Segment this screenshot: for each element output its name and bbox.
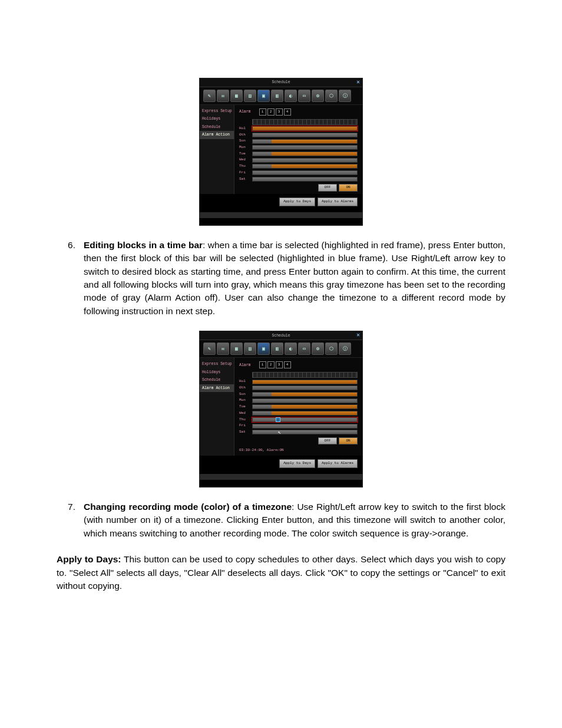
toolbar-icon[interactable]: ▥	[271, 342, 283, 355]
toolbar-icon[interactable]: ⓘ	[339, 90, 351, 102]
day-row: Thu	[239, 417, 358, 423]
apply-to-days-button[interactable]: Apply to Days	[279, 459, 315, 468]
sidebar-item[interactable]: Holidays	[200, 368, 234, 376]
time-axis	[252, 119, 358, 125]
day-row: Sun	[239, 139, 358, 144]
sidebar-item[interactable]: Express Setup	[200, 107, 234, 115]
close-icon[interactable]: ✕	[356, 331, 360, 340]
time-bar[interactable]	[252, 139, 358, 144]
window-footer	[200, 474, 362, 480]
sidebar-item[interactable]: Express Setup	[200, 360, 234, 368]
sidebar-item[interactable]: Alarm Action	[200, 131, 234, 139]
toolbar-icon[interactable]: ✉	[217, 90, 229, 102]
day-label: 0th	[239, 386, 250, 391]
alarm-number[interactable]: 4	[284, 108, 291, 116]
toolbar-icon[interactable]: ⬡	[325, 90, 338, 102]
toolbar-icon[interactable]: ▦	[230, 90, 243, 102]
selected-block	[276, 417, 280, 422]
step-6: 6. Editing blocks in a time bar: when a …	[57, 239, 505, 318]
apply-to-days-button[interactable]: Apply to Days	[279, 197, 315, 206]
sidebar-item[interactable]: Schedule	[200, 376, 234, 384]
time-bar[interactable]	[252, 424, 358, 429]
alarm-number[interactable]: 3	[276, 361, 283, 368]
time-bar[interactable]	[252, 404, 358, 409]
day-label: Sun	[239, 392, 250, 397]
cursor-icon: ↖	[277, 429, 280, 437]
day-row: Tue	[239, 404, 358, 410]
apply-to-alarms-button[interactable]: Apply to Alarms	[318, 459, 358, 468]
time-bar[interactable]	[252, 386, 358, 390]
time-bar[interactable]	[252, 177, 358, 182]
toolbar-icon[interactable]: ▦	[230, 342, 243, 355]
day-label: Mon	[239, 398, 250, 403]
close-icon[interactable]: ✕	[356, 78, 360, 87]
alarm-number[interactable]: 2	[267, 361, 275, 368]
toolbar-icon[interactable]: ✉	[217, 342, 229, 355]
time-bar[interactable]	[252, 126, 358, 131]
toolbar-icon[interactable]: ▣	[257, 342, 270, 355]
toolbar-icon[interactable]: ▭	[298, 90, 310, 102]
step-number: 6.	[57, 239, 75, 318]
toolbar-icon[interactable]: ▭	[298, 342, 310, 355]
main-panel: Alarm 1234 Hol0thSunMonTueWedThuFriSat O…	[234, 105, 362, 194]
toolbar-icon[interactable]: ⚙	[312, 342, 324, 355]
time-bar[interactable]	[252, 133, 358, 137]
sidebar-item[interactable]: Alarm Action	[200, 384, 234, 392]
time-segment	[253, 127, 357, 130]
alarm-number[interactable]: 1	[259, 361, 266, 368]
day-label: 0th	[239, 133, 250, 138]
day-label: Sun	[239, 139, 250, 144]
schedule-window: Schedule ✕ ✎✉▦▤▣▥◐▭⚙⬡ⓘ Express SetupHoli…	[199, 331, 363, 487]
step-number: 7.	[57, 500, 75, 540]
alarm-number[interactable]: 4	[284, 361, 291, 368]
step-text: Changing recording mode (color) of a tim…	[84, 500, 505, 540]
toolbar-icon[interactable]: ⓘ	[339, 342, 351, 355]
day-label: Thu	[239, 417, 250, 423]
toolbar-icon[interactable]: ✎	[203, 90, 216, 102]
alarm-number[interactable]: 1	[259, 108, 266, 116]
time-bar[interactable]	[252, 158, 358, 163]
time-bar[interactable]	[252, 145, 358, 150]
off-button[interactable]: OFF	[318, 437, 337, 445]
on-button[interactable]: ON	[339, 184, 358, 192]
day-row: Wed	[239, 411, 358, 416]
time-bar[interactable]	[252, 164, 358, 169]
time-bar[interactable]	[252, 392, 358, 397]
on-button[interactable]: ON	[339, 437, 358, 445]
alarm-number[interactable]: 2	[267, 108, 275, 116]
time-bar[interactable]	[252, 398, 358, 403]
day-row: 0th	[239, 386, 358, 391]
toolbar-icon[interactable]: ◐	[285, 342, 297, 355]
toolbar: ✎✉▦▤▣▥◐▭⚙⬡ⓘ	[200, 87, 362, 105]
day-label: Tue	[239, 151, 250, 157]
toolbar-icon[interactable]: ▣	[257, 90, 270, 102]
day-label: Hol	[239, 126, 250, 131]
alarm-number[interactable]: 3	[276, 108, 283, 116]
time-bar[interactable]	[252, 380, 358, 384]
toolbar-icon[interactable]: ◐	[285, 90, 297, 102]
sidebar-item[interactable]: Schedule	[200, 123, 234, 131]
day-label: Wed	[239, 411, 250, 416]
sidebar-item[interactable]: Holidays	[200, 115, 234, 123]
step-title: Changing recording mode (color) of a tim…	[84, 502, 292, 512]
toolbar-icon[interactable]: ⚙	[312, 90, 324, 102]
toolbar-icon[interactable]: ▥	[271, 90, 283, 102]
time-bar[interactable]	[252, 411, 358, 416]
day-row: Fri	[239, 170, 358, 176]
figure-1-wrap: ↖ Schedule ✕ ✎✉▦▤▣▥◐▭⚙⬡ⓘ Express SetupHo…	[57, 78, 505, 226]
off-button[interactable]: OFF	[318, 184, 337, 192]
time-bar[interactable]	[252, 151, 358, 156]
step-text: Editing blocks in a time bar: when a tim…	[84, 239, 505, 318]
toolbar-icon[interactable]: ⬡	[325, 342, 338, 355]
toolbar-icon[interactable]: ▤	[244, 90, 256, 102]
time-bar[interactable]: ↖	[252, 430, 358, 434]
toolbar-icon[interactable]: ▤	[244, 342, 256, 355]
time-bar[interactable]	[252, 417, 358, 422]
toolbar-icon[interactable]: ✎	[203, 342, 216, 355]
main-panel: Alarm 1234 Hol0thSunMonTueWedThuFriSat↖ …	[234, 358, 362, 456]
apply-to-alarms-button[interactable]: Apply to Alarms	[318, 197, 358, 206]
day-label: Thu	[239, 164, 250, 169]
time-segment	[272, 411, 357, 415]
window-footer	[200, 212, 362, 218]
time-bar[interactable]	[252, 170, 358, 175]
